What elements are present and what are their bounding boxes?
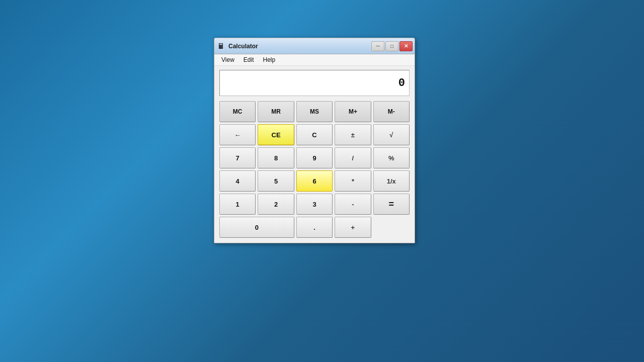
backspace-button[interactable]: ← — [219, 124, 256, 145]
button-grid: MC MR MS M+ M- ← CE C ± √ 7 8 9 / % 4 5 … — [214, 99, 415, 243]
title-bar-controls: ─ □ ✕ — [371, 41, 413, 51]
minimize-button[interactable]: ─ — [371, 41, 384, 51]
row-789: 7 8 9 / % — [219, 147, 410, 168]
equals-button2[interactable]: = — [373, 194, 410, 215]
ms-button[interactable]: MS — [296, 101, 333, 122]
one-button[interactable]: 1 — [219, 194, 256, 215]
zero-button2[interactable]: 0 — [219, 217, 294, 238]
mminus-button[interactable]: M- — [373, 101, 410, 122]
reciprocal-button[interactable]: 1/x — [373, 170, 410, 192]
plus-button2[interactable]: + — [335, 217, 371, 238]
mr-button[interactable]: MR — [258, 101, 294, 122]
percent-button[interactable]: % — [373, 147, 410, 168]
mplus-button[interactable]: M+ — [335, 101, 371, 122]
display-value: 0 — [398, 77, 405, 89]
clear-row: ← CE C ± √ — [219, 124, 410, 145]
menu-edit[interactable]: Edit — [239, 55, 258, 64]
seven-button[interactable]: 7 — [219, 147, 256, 168]
sqrt-button[interactable]: √ — [373, 124, 410, 145]
close-button[interactable]: ✕ — [399, 41, 413, 51]
menu-bar: View Edit Help — [214, 54, 415, 66]
six-button[interactable]: 6 — [296, 170, 333, 192]
bottom-grid: 123-=0.+ — [219, 194, 410, 238]
two-button[interactable]: 2 — [258, 194, 294, 215]
ce-button[interactable]: CE — [258, 124, 294, 145]
minus-button[interactable]: - — [335, 194, 371, 215]
mc-button[interactable]: MC — [219, 101, 256, 122]
divide-button[interactable]: / — [335, 147, 371, 168]
eight-button[interactable]: 8 — [258, 147, 294, 168]
three-button[interactable]: 3 — [296, 194, 333, 215]
maximize-button[interactable]: □ — [385, 41, 398, 51]
decimal-button2[interactable]: . — [296, 217, 333, 238]
c-button[interactable]: C — [296, 124, 333, 145]
five-button[interactable]: 5 — [258, 170, 294, 192]
multiply-button[interactable]: * — [335, 170, 371, 192]
row-456: 4 5 6 * 1/x — [219, 170, 410, 192]
memory-row: MC MR MS M+ M- — [219, 101, 410, 122]
plus-minus-button[interactable]: ± — [335, 124, 371, 145]
menu-view[interactable]: View — [217, 55, 238, 64]
nine-button[interactable]: 9 — [296, 147, 333, 168]
four-button[interactable]: 4 — [219, 170, 256, 192]
calculator-window: 🖩 Calculator ─ □ ✕ View Edit Help 0 MC M… — [214, 38, 415, 243]
window-title: Calculator — [228, 43, 371, 50]
title-bar: 🖩 Calculator ─ □ ✕ — [214, 38, 415, 54]
menu-help[interactable]: Help — [259, 55, 279, 64]
app-icon: 🖩 — [216, 42, 225, 51]
calc-display: 0 — [219, 70, 410, 96]
